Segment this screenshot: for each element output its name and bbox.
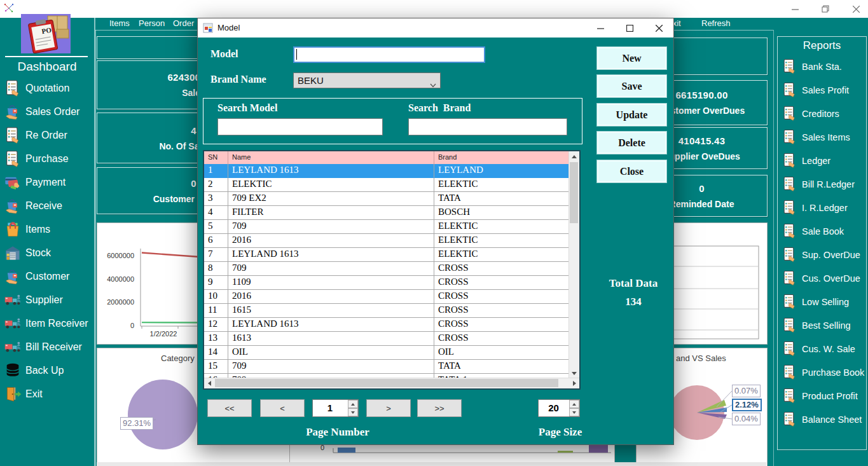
menu-person[interactable]: Person xyxy=(139,18,165,28)
report-item-low-selling[interactable]: Low Selling xyxy=(778,290,866,313)
page-size-down-button[interactable] xyxy=(569,408,579,416)
sidebar-item-re-order[interactable]: Re Order xyxy=(3,123,94,147)
report-item-balance-sheet[interactable]: Balance Sheet xyxy=(778,408,866,431)
app-logo: PO xyxy=(21,14,71,53)
report-item-product-profit[interactable]: Product Profit xyxy=(778,384,866,408)
grid-cell: LEYLAND 1613 xyxy=(228,164,434,178)
report-item-cus-w-sale[interactable]: Cus. W. Sale xyxy=(778,337,866,360)
delete-button[interactable]: Delete xyxy=(597,132,666,154)
scroll-right-button[interactable] xyxy=(569,378,579,388)
report-item-creditors[interactable]: Creditors xyxy=(778,102,866,125)
menu-items[interactable]: Items xyxy=(109,18,130,28)
last-page-button[interactable]: >> xyxy=(417,399,462,417)
dialog-close-button[interactable] xyxy=(644,18,673,38)
grid-row-1[interactable]: 1LEYLAND 1613LEYLAND xyxy=(204,164,569,178)
sidebar-item-supplier[interactable]: Supplier xyxy=(3,288,94,312)
grid-row-4[interactable]: 4FILTERBOSCH xyxy=(204,206,569,220)
report-item-sup-overdue[interactable]: Sup. OverDue xyxy=(778,243,866,266)
grid-row-13[interactable]: 131613CROSS xyxy=(204,332,569,346)
new-button[interactable]: New xyxy=(597,47,666,69)
grid-row-10[interactable]: 102016CROSS xyxy=(204,290,569,304)
next-page-button[interactable]: > xyxy=(366,399,411,417)
grid-row-5[interactable]: 5709ELEKTIC xyxy=(204,220,569,234)
total-data: Total Data 134 xyxy=(594,277,673,308)
sidebar-title[interactable]: Dashboard xyxy=(0,60,94,74)
report-item-ledger[interactable]: Ledger xyxy=(778,149,866,172)
page-size-value[interactable]: 20 xyxy=(539,402,568,413)
sidebar-item-stock[interactable]: Stock xyxy=(3,241,94,264)
prev-page-button[interactable]: < xyxy=(260,399,305,417)
dialog-minimize-button[interactable] xyxy=(586,18,615,38)
save-button[interactable]: Save xyxy=(597,75,666,97)
report-item-purchase-book[interactable]: Purchase Book xyxy=(778,360,866,384)
page-number-up-button[interactable] xyxy=(348,400,358,408)
page-size-spinner[interactable]: 20 xyxy=(538,399,580,417)
sidebar-item-back-up[interactable]: Back Up xyxy=(3,359,94,382)
grid-col-brand[interactable]: Brand xyxy=(434,151,569,164)
grid-row-11[interactable]: 111615CROSS xyxy=(204,304,569,318)
grid-row-8[interactable]: 8709CROSS xyxy=(204,262,569,276)
grid-row-9[interactable]: 91109CROSS xyxy=(204,276,569,290)
grid-row-2[interactable]: 2ELEKTICELEKTIC xyxy=(204,178,569,192)
grid-row-14[interactable]: 14OILOIL xyxy=(204,346,569,360)
grid-row-12[interactable]: 12LEYLAND 1613CROSS xyxy=(204,318,569,332)
report-item-cus-overdue[interactable]: Cus. OverDue xyxy=(778,266,866,290)
horizontal-scroll-thumb[interactable] xyxy=(215,379,558,387)
grid-row-15[interactable]: 15709TATA xyxy=(204,360,569,374)
report-item-sale-book[interactable]: Sale Book xyxy=(778,219,866,243)
sidebar-item-customer[interactable]: Customer xyxy=(3,264,94,288)
report-doc-icon xyxy=(782,317,797,333)
model-dialog-titlebar[interactable]: Model xyxy=(198,18,673,38)
grid-row-3[interactable]: 3709 EX2TATA xyxy=(204,192,569,206)
window-close-button[interactable] xyxy=(849,3,863,15)
vertical-scroll-thumb[interactable] xyxy=(570,162,578,223)
report-item-bill-r-ledger[interactable]: Bill R.Ledger xyxy=(778,172,866,196)
sidebar-item-bill-receiver[interactable]: Bill Receiver xyxy=(3,335,94,359)
sidebar-item-exit[interactable]: Exit xyxy=(3,382,94,406)
first-page-button[interactable]: << xyxy=(207,399,252,417)
text-caret xyxy=(296,49,297,60)
grid-cell: CROSS xyxy=(434,262,569,276)
report-item-i-r-ledger[interactable]: I. R.Ledger xyxy=(778,196,866,219)
search-brand-input[interactable] xyxy=(408,118,567,135)
sidebar-item-receive[interactable]: Receive xyxy=(3,194,94,217)
page-number-down-button[interactable] xyxy=(348,408,358,416)
model-input[interactable] xyxy=(293,46,485,63)
report-item-sales-profit[interactable]: Sales Profit xyxy=(778,78,866,102)
scroll-down-button[interactable] xyxy=(569,368,579,378)
page-number-spinner[interactable]: 1 xyxy=(312,399,359,417)
menu-order[interactable]: Order xyxy=(173,18,194,28)
report-item-sales-items[interactable]: Sales Items xyxy=(778,125,866,149)
sidebar-item-items[interactable]: Items xyxy=(3,217,94,241)
grid-cell: FILTER xyxy=(228,206,434,220)
close-button[interactable]: Close xyxy=(597,160,666,182)
grid-cell: 5 xyxy=(204,220,228,234)
model-field-label: Model xyxy=(210,48,238,60)
window-minimize-button[interactable] xyxy=(788,3,802,15)
scroll-left-button[interactable] xyxy=(204,378,214,388)
update-button[interactable]: Update xyxy=(597,104,666,126)
brand-name-combobox[interactable]: BEKU xyxy=(293,72,441,88)
window-restore-button[interactable] xyxy=(818,3,832,15)
grid-col-sn[interactable]: SN xyxy=(204,151,228,164)
brand-name-value: BEKU xyxy=(298,75,324,86)
report-item-bank-sta[interactable]: Bank Sta. xyxy=(778,55,866,78)
grid-row-7[interactable]: 7LEYLAND 1613ELEKTIC xyxy=(204,248,569,262)
sidebar-item-payment[interactable]: Payment xyxy=(3,170,94,194)
report-doc-icon xyxy=(782,270,797,286)
page-number-value[interactable]: 1 xyxy=(313,402,347,413)
grid-row-6[interactable]: 62016ELEKTIC xyxy=(204,234,569,248)
page-size-up-button[interactable] xyxy=(569,400,579,408)
sidebar-item-item-receiver[interactable]: Item Receiver xyxy=(3,312,94,335)
grid-col-name[interactable]: Name xyxy=(228,151,434,164)
report-item-best-selling[interactable]: Best Selling xyxy=(778,313,866,337)
dialog-maximize-button[interactable] xyxy=(615,18,644,38)
sidebar-item-purchase[interactable]: Purchase xyxy=(3,147,94,170)
menu-refresh[interactable]: Refresh xyxy=(701,18,731,28)
horizontal-scrollbar[interactable] xyxy=(204,378,579,388)
sidebar-item-quotation[interactable]: Quotation xyxy=(3,76,94,100)
sidebar-item-sales-order[interactable]: Sales Order xyxy=(3,100,94,123)
scroll-up-button[interactable] xyxy=(569,151,579,161)
vertical-scrollbar[interactable] xyxy=(568,151,579,378)
search-model-input[interactable] xyxy=(217,118,383,135)
